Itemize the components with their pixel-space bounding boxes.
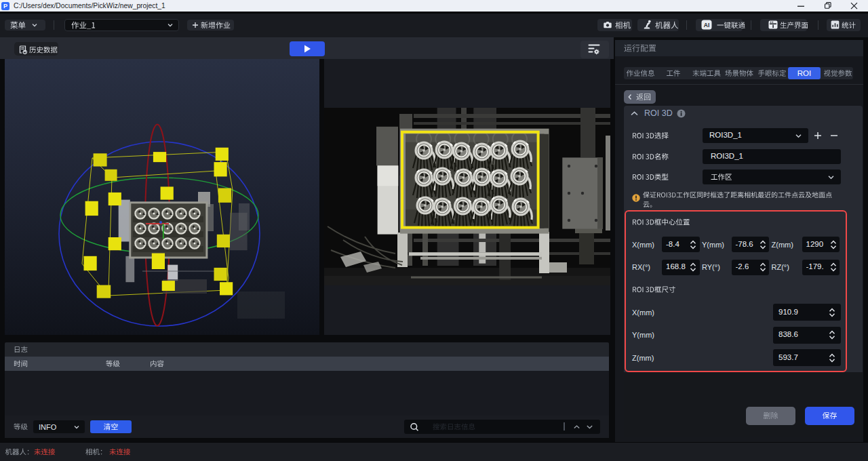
svg-text:P: P	[3, 3, 7, 9]
svg-text:AI: AI	[704, 22, 710, 28]
